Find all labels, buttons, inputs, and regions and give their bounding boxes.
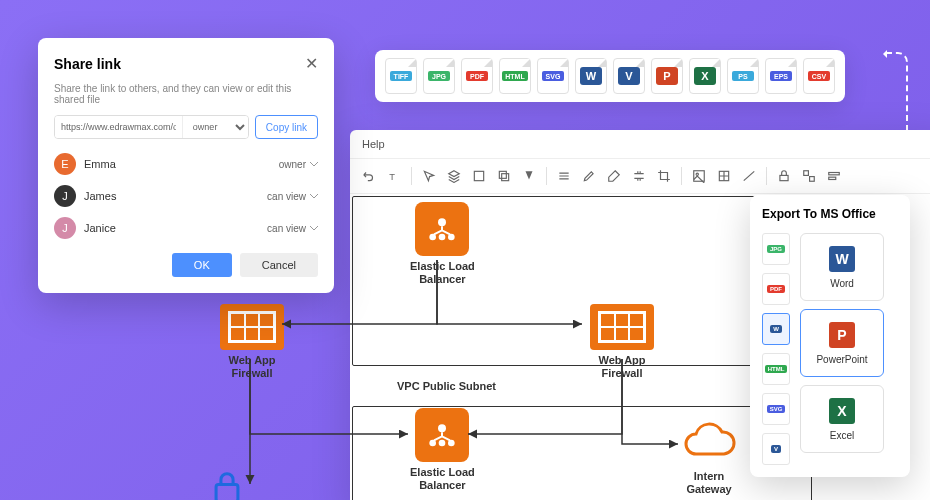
svg-rect-20 bbox=[216, 485, 238, 500]
svg-rect-11 bbox=[829, 177, 836, 179]
copy-button[interactable] bbox=[493, 165, 515, 187]
svg-rect-4 bbox=[694, 171, 705, 182]
svg-point-16 bbox=[438, 424, 446, 432]
draw-button[interactable] bbox=[738, 165, 760, 187]
share-link-dialog: Share link ✕ Share the link to others, a… bbox=[38, 38, 334, 293]
export-tiff-button[interactable]: TIFF bbox=[385, 58, 417, 94]
user-row: EEmmaowner bbox=[54, 153, 318, 175]
distribute-button[interactable] bbox=[628, 165, 650, 187]
image-button[interactable] bbox=[688, 165, 710, 187]
layers-button[interactable] bbox=[443, 165, 465, 187]
permission-select[interactable]: can view bbox=[267, 223, 318, 234]
user-row: JJanicecan view bbox=[54, 217, 318, 239]
lock-button[interactable] bbox=[773, 165, 795, 187]
export-office-panel: Export To MS Office JPGPDFWHTMLSVGV WWor… bbox=[750, 195, 910, 477]
export-ps-button[interactable]: PS bbox=[727, 58, 759, 94]
shape-button[interactable] bbox=[468, 165, 490, 187]
export-tab-visio[interactable]: V bbox=[762, 433, 790, 465]
export-tab-html[interactable]: HTML bbox=[762, 353, 790, 385]
svg-point-14 bbox=[439, 234, 446, 241]
undo-button[interactable] bbox=[358, 165, 380, 187]
url-field-wrap: owner bbox=[54, 115, 249, 139]
card-label: PowerPoint bbox=[816, 354, 867, 365]
line-style-button[interactable] bbox=[553, 165, 575, 187]
user-row: JJamescan view bbox=[54, 185, 318, 207]
export-ppt-button[interactable]: P bbox=[651, 58, 683, 94]
export-jpg-button[interactable]: JPG bbox=[423, 58, 455, 94]
elb-icon bbox=[415, 408, 469, 462]
subnet-label: VPC Public Subnet bbox=[397, 380, 496, 392]
node-label: Intern Gateway bbox=[682, 470, 736, 496]
user-name: Emma bbox=[84, 158, 116, 170]
svg-rect-1 bbox=[474, 171, 483, 180]
fill-button[interactable] bbox=[518, 165, 540, 187]
crop-button[interactable] bbox=[653, 165, 675, 187]
node-label: Elastic Load Balancer bbox=[410, 260, 475, 286]
align-button[interactable] bbox=[823, 165, 845, 187]
edit-button[interactable] bbox=[578, 165, 600, 187]
copy-link-button[interactable]: Copy link bbox=[255, 115, 318, 139]
node-waf-left[interactable]: Web App Firewall bbox=[220, 304, 284, 380]
svg-rect-2 bbox=[502, 174, 509, 181]
panel-title: Export To MS Office bbox=[762, 207, 898, 221]
export-tab-svg[interactable]: SVG bbox=[762, 393, 790, 425]
menubar[interactable]: Help bbox=[350, 130, 930, 159]
share-url-input[interactable] bbox=[55, 116, 182, 138]
node-label: Web App Firewall bbox=[590, 354, 654, 380]
ok-button[interactable]: OK bbox=[172, 253, 232, 277]
marker-button[interactable] bbox=[603, 165, 625, 187]
export-tab-jpg[interactable]: JPG bbox=[762, 233, 790, 265]
excel-icon: X bbox=[829, 398, 855, 424]
svg-text:T: T bbox=[389, 172, 395, 182]
user-name: Janice bbox=[84, 222, 116, 234]
firewall-icon bbox=[220, 304, 284, 350]
svg-rect-7 bbox=[780, 175, 788, 180]
ppt-icon: P bbox=[829, 322, 855, 348]
group-button[interactable] bbox=[798, 165, 820, 187]
node-elb-top[interactable]: Elastic Load Balancer bbox=[410, 202, 475, 286]
font-button[interactable]: T bbox=[383, 165, 405, 187]
avatar: J bbox=[54, 217, 76, 239]
svg-rect-10 bbox=[829, 173, 840, 175]
permission-select[interactable]: owner bbox=[279, 159, 318, 170]
elb-icon bbox=[415, 202, 469, 256]
avatar: E bbox=[54, 153, 76, 175]
export-word-button[interactable]: W bbox=[575, 58, 607, 94]
export-excel-button[interactable]: X bbox=[689, 58, 721, 94]
export-svg-button[interactable]: SVG bbox=[537, 58, 569, 94]
node-label: Web App Firewall bbox=[220, 354, 284, 380]
lock-icon bbox=[212, 470, 242, 500]
avatar: J bbox=[54, 185, 76, 207]
svg-point-5 bbox=[696, 173, 698, 175]
svg-rect-9 bbox=[810, 177, 815, 182]
svg-point-18 bbox=[439, 440, 446, 447]
svg-rect-8 bbox=[804, 171, 809, 176]
pointer-tool[interactable] bbox=[418, 165, 440, 187]
dialog-title: Share link bbox=[54, 56, 121, 72]
permission-select[interactable]: can view bbox=[267, 191, 318, 202]
cancel-button[interactable]: Cancel bbox=[240, 253, 318, 277]
export-html-button[interactable]: HTML bbox=[499, 58, 531, 94]
export-pdf-button[interactable]: PDF bbox=[461, 58, 493, 94]
node-label: Elastic Load Balancer bbox=[410, 466, 475, 492]
export-card-excel[interactable]: XExcel bbox=[800, 385, 884, 453]
export-card-ppt[interactable]: PPowerPoint bbox=[800, 309, 884, 377]
close-button[interactable]: ✕ bbox=[305, 54, 318, 73]
export-tab-word[interactable]: W bbox=[762, 313, 790, 345]
cloud-icon bbox=[682, 422, 736, 462]
export-format-bar: TIFFJPGPDFHTMLSVGWVPXPSEPSCSV bbox=[375, 50, 845, 102]
node-elb-bottom[interactable]: Elastic Load Balancer bbox=[410, 408, 475, 492]
firewall-icon bbox=[590, 304, 654, 350]
node-waf-right[interactable]: Web App Firewall bbox=[590, 304, 654, 380]
export-eps-button[interactable]: EPS bbox=[765, 58, 797, 94]
word-icon: W bbox=[829, 246, 855, 272]
table-button[interactable] bbox=[713, 165, 735, 187]
role-select[interactable]: owner bbox=[182, 116, 248, 138]
export-card-word[interactable]: WWord bbox=[800, 233, 884, 301]
svg-point-12 bbox=[438, 218, 446, 226]
node-internet-gateway[interactable]: Intern Gateway bbox=[682, 422, 736, 496]
export-csv-button[interactable]: CSV bbox=[803, 58, 835, 94]
toolbar: T bbox=[350, 159, 930, 194]
export-visio-button[interactable]: V bbox=[613, 58, 645, 94]
export-tab-pdf[interactable]: PDF bbox=[762, 273, 790, 305]
